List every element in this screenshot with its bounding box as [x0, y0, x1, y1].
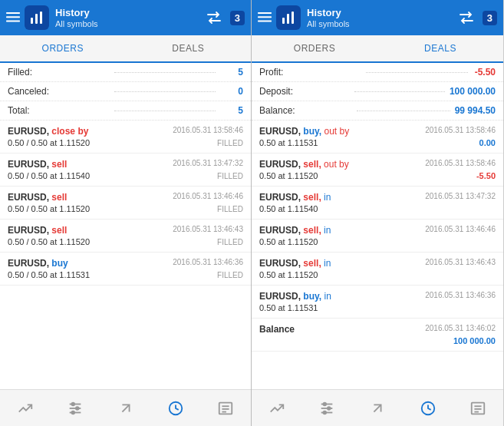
trade-date: 2016.05.31 13:46:36	[173, 258, 243, 266]
deal-symbol-row: EURUSD, sell, in	[259, 192, 331, 203]
svg-rect-23	[292, 12, 294, 24]
trade-symbol-row: EURUSD, buy	[8, 258, 68, 269]
summary-row: Deposit: 100 000.00	[252, 82, 503, 101]
trade-type: sell	[51, 192, 67, 203]
trade-date: 2016.05.31 13:46:43	[173, 225, 243, 233]
summary-value: 100 000.00	[450, 86, 496, 97]
deal-direction: out by	[324, 126, 349, 137]
balance-value: 100 000.00	[259, 336, 496, 345]
header-title: History	[307, 7, 458, 19]
order-item[interactable]: EURUSD, sell 2016.05.31 13:46:46 0.50 / …	[0, 187, 251, 220]
trade-symbol-row: EURUSD, close by	[8, 126, 88, 137]
trade-top: EURUSD, sell 2016.05.31 13:46:46	[8, 192, 243, 203]
notification-badge[interactable]: 3	[483, 11, 497, 25]
deal-bottom: 0.50 at 1.11520	[259, 237, 496, 246]
deal-symbol-row: EURUSD, sell, in	[259, 225, 331, 236]
deal-type: buy,	[303, 126, 321, 137]
notification-badge[interactable]: 3	[230, 11, 245, 25]
trade-type: sell	[51, 159, 67, 170]
nav-sliders-icon[interactable]	[50, 390, 100, 426]
trade-date: 2016.05.31 13:46:46	[173, 192, 243, 200]
deal-symbol: EURUSD,	[259, 291, 301, 302]
bottom-nav	[0, 389, 251, 426]
deal-date: 2016.05.31 13:46:46	[425, 225, 496, 233]
deal-date: 2016.05.31 13:46:36	[425, 291, 496, 299]
trade-bottom: 0.50 / 0.50 at 1.11520 FILLED	[8, 204, 243, 213]
trade-symbol: EURUSD,	[8, 258, 49, 269]
trade-price: 0.50 / 0.50 at 1.11520	[8, 237, 90, 246]
deal-item[interactable]: EURUSD, buy, in 2016.05.31 13:46:36 0.50…	[252, 286, 503, 319]
summary-value: 5	[220, 105, 243, 116]
deal-symbol: EURUSD,	[259, 126, 301, 137]
nav-list-icon[interactable]	[453, 390, 503, 426]
trade-top: EURUSD, close by 2016.05.31 13:58:46	[8, 126, 243, 137]
deal-direction: out by	[324, 159, 349, 170]
deal-type: sell,	[303, 258, 321, 269]
svg-point-28	[328, 407, 331, 410]
summary-label: Filled:	[8, 67, 110, 78]
summary-label: Deposit:	[259, 86, 350, 97]
summary-row: Total: 5	[0, 101, 251, 121]
tab-deals[interactable]: DEALS	[126, 35, 252, 63]
trade-symbol: EURUSD,	[8, 126, 49, 137]
deal-price: 0.50 at 1.11520	[259, 171, 318, 180]
deal-item[interactable]: EURUSD, sell, out by 2016.05.31 13:58:46…	[252, 154, 503, 187]
order-item[interactable]: EURUSD, close by 2016.05.31 13:58:46 0.5…	[0, 121, 251, 154]
menu-icon[interactable]	[258, 10, 272, 26]
order-item[interactable]: EURUSD, buy 2016.05.31 13:46:36 0.50 / 0…	[0, 253, 251, 286]
deal-symbol: EURUSD,	[259, 225, 301, 236]
balance-item[interactable]: Balance 2016.05.31 13:46:02 100 000.00	[252, 319, 503, 352]
content-area: Profit: -5.50 Deposit: 100 000.00 Balanc…	[252, 63, 503, 389]
deal-symbol: EURUSD,	[259, 159, 301, 170]
trade-symbol-row: EURUSD, sell	[8, 225, 67, 236]
nav-list-icon[interactable]	[201, 390, 251, 426]
deal-top: EURUSD, buy, out by 2016.05.31 13:58:46	[259, 126, 496, 137]
svg-rect-2	[6, 20, 20, 21]
deal-item[interactable]: EURUSD, sell, in 2016.05.31 13:47:32 0.5…	[252, 187, 503, 220]
order-item[interactable]: EURUSD, sell 2016.05.31 13:46:43 0.50 / …	[0, 220, 251, 253]
deal-symbol: EURUSD,	[259, 192, 301, 203]
header-actions: 3	[206, 11, 245, 25]
summary-value: 99 994.50	[455, 105, 496, 116]
deal-item[interactable]: EURUSD, sell, in 2016.05.31 13:46:43 0.5…	[252, 253, 503, 286]
nav-arrow-up-icon[interactable]	[352, 390, 403, 426]
nav-history-icon[interactable]	[150, 390, 200, 426]
deal-symbol-row: EURUSD, buy, in	[259, 291, 331, 302]
summary-dots	[354, 91, 445, 92]
deal-top: EURUSD, buy, in 2016.05.31 13:46:36	[259, 291, 496, 302]
header-title: History	[55, 7, 206, 19]
summary-row: Filled: 5	[0, 63, 251, 82]
summary-dots	[366, 72, 468, 73]
trade-price: 0.50 / 0.50 at 1.11540	[8, 171, 90, 180]
tab-deals[interactable]: DEALS	[377, 35, 503, 63]
trade-status: FILLED	[217, 172, 243, 180]
tab-orders[interactable]: ORDERS	[252, 35, 377, 63]
summary-value: 0	[220, 86, 243, 97]
deal-type: sell,	[303, 225, 321, 236]
swap-button[interactable]	[206, 11, 222, 25]
order-item[interactable]: EURUSD, sell 2016.05.31 13:47:32 0.50 / …	[0, 154, 251, 187]
svg-rect-19	[258, 16, 272, 18]
deal-bottom: 0.50 at 1.11531	[259, 303, 496, 312]
trade-symbol: EURUSD,	[8, 192, 49, 203]
trade-price: 0.50 / 0.50 at 1.11520	[8, 204, 90, 213]
nav-arrow-up-icon[interactable]	[100, 390, 150, 426]
menu-icon[interactable]	[6, 10, 20, 26]
tab-orders[interactable]: ORDERS	[0, 35, 126, 63]
deal-price: 0.50 at 1.11520	[259, 237, 318, 246]
nav-chart-icon[interactable]	[0, 390, 50, 426]
nav-chart-icon[interactable]	[252, 390, 302, 426]
deal-type: sell,	[303, 192, 321, 203]
deal-item[interactable]: EURUSD, sell, in 2016.05.31 13:46:46 0.5…	[252, 220, 503, 253]
swap-button[interactable]	[458, 11, 475, 25]
bottom-nav	[252, 389, 503, 426]
trade-top: EURUSD, buy 2016.05.31 13:46:36	[8, 258, 243, 269]
deal-symbol-row: EURUSD, sell, in	[259, 258, 331, 269]
deal-item[interactable]: EURUSD, buy, out by 2016.05.31 13:58:46 …	[252, 121, 503, 154]
nav-sliders-icon[interactable]	[302, 390, 353, 426]
header-text: History All symbols	[307, 7, 458, 28]
nav-history-icon[interactable]	[403, 390, 453, 426]
balance-date: 2016.05.31 13:46:02	[425, 324, 496, 335]
summary-row: Balance: 99 994.50	[252, 101, 503, 121]
summary-label: Profit:	[259, 67, 361, 78]
